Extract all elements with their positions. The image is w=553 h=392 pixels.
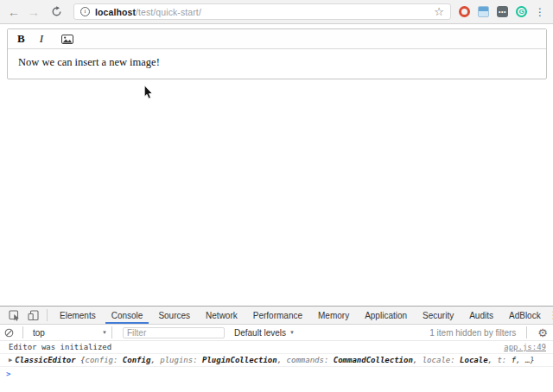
extension-blue-window-icon[interactable]	[478, 6, 489, 17]
tab-memory[interactable]: Memory	[310, 307, 357, 324]
tab-console[interactable]: Console	[104, 307, 151, 324]
url-path: /test/quick-start/	[136, 7, 201, 17]
console-message-text: Editor was initialized	[9, 343, 111, 351]
devtools-tabbar: Elements Console Sources Network Perform…	[0, 307, 553, 325]
tab-sources[interactable]: Sources	[150, 307, 198, 324]
toolbar-divider	[111, 326, 112, 338]
extension-grammarly-icon[interactable]: G	[516, 6, 527, 17]
source-location-link[interactable]: app.js:49	[504, 343, 546, 351]
context-selector[interactable]: top ▼	[28, 328, 107, 338]
tab-network[interactable]: Network	[198, 307, 245, 324]
tab-audits[interactable]: Audits	[461, 307, 501, 324]
console-settings-gear-icon[interactable]: ⚙	[537, 327, 548, 338]
console-object-row: ▶ ClassicEditor {config: Config, plugins…	[0, 354, 553, 367]
console-toolbar-right: 1 item hidden by filters ⚙	[429, 326, 553, 338]
device-toolbar-icon[interactable]	[24, 310, 42, 321]
console-log-area: Editor was initialized app.js:49 ▶ Class…	[0, 341, 553, 380]
url-text[interactable]: localhost/test/quick-start/	[95, 7, 201, 17]
page-info-icon[interactable]: i	[80, 7, 90, 16]
browser-toolbar: ← → i localhost/test/quick-start/ ☆ ••• …	[0, 0, 553, 24]
tabbar-divider	[47, 309, 48, 321]
editor-content[interactable]: Now we can insert a new image!	[8, 49, 546, 79]
console-message-row: Editor was initialized app.js:49	[0, 341, 553, 354]
tab-elements[interactable]: Elements	[52, 307, 104, 324]
toolbar-divider	[526, 326, 527, 338]
back-icon[interactable]: ←	[8, 6, 20, 18]
console-toolbar: top ▼ Default levels ▼ 1 item hidden by …	[0, 325, 553, 341]
log-levels-label: Default levels	[234, 328, 286, 338]
url-host: localhost	[95, 7, 136, 17]
devtools-panel: Elements Console Sources Network Perform…	[0, 306, 553, 392]
tab-application[interactable]: Application	[357, 307, 415, 324]
devtools-menu-icon[interactable]: ⋮	[549, 310, 553, 320]
clear-console-icon[interactable]	[0, 328, 18, 338]
bookmark-star-icon[interactable]: ☆	[434, 6, 444, 17]
inspect-element-icon[interactable]	[5, 310, 24, 321]
bold-button[interactable]: B	[17, 32, 25, 46]
chevron-down-icon: ▼	[289, 330, 295, 335]
insert-image-button[interactable]	[58, 35, 77, 44]
object-preview[interactable]: ClassicEditor {config: Config, plugins: …	[15, 356, 535, 364]
tab-performance[interactable]: Performance	[245, 307, 310, 324]
chevron-down-icon: ▼	[102, 330, 107, 335]
italic-button[interactable]: I	[40, 32, 43, 46]
console-filter-input[interactable]	[123, 327, 225, 338]
log-levels-dropdown[interactable]: Default levels ▼	[234, 328, 295, 338]
toolbar-divider	[22, 326, 23, 338]
console-prompt-row[interactable]: >	[0, 367, 553, 380]
expand-triangle-icon[interactable]: ▶	[9, 356, 12, 364]
mouse-cursor-icon	[143, 85, 154, 104]
hidden-items-status: 1 item hidden by filters	[429, 328, 516, 338]
rich-text-editor: B I Now we can insert a new image!	[7, 28, 547, 79]
tab-security[interactable]: Security	[415, 307, 461, 324]
address-bar[interactable]: i localhost/test/quick-start/ ☆	[73, 3, 451, 20]
devtools-tabbar-controls: ⋮ ×	[549, 309, 553, 321]
forward-icon[interactable]: →	[28, 6, 40, 18]
refresh-icon[interactable]	[48, 6, 66, 17]
console-prompt-icon: >	[6, 370, 10, 378]
extension-red-ring-icon[interactable]	[459, 6, 470, 17]
browser-menu-icon[interactable]: ⋮	[535, 7, 545, 17]
tab-adblock[interactable]: AdBlock	[501, 307, 549, 324]
editor-toolbar: B I	[8, 29, 546, 49]
context-selector-value: top	[33, 328, 45, 338]
extension-gray-dots-icon[interactable]: •••	[497, 6, 508, 17]
page-viewport: B I Now we can insert a new image!	[0, 24, 553, 306]
